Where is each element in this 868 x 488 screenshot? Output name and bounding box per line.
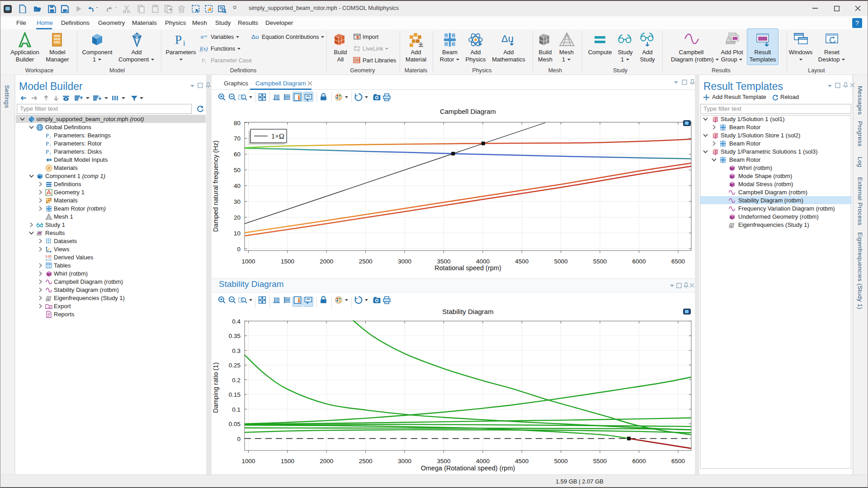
svg-text:P: P <box>46 141 49 147</box>
svg-text:20: 20 <box>234 214 241 221</box>
svg-text:6000: 6000 <box>632 458 646 465</box>
svg-text:4500: 4500 <box>515 258 528 265</box>
svg-text:3000: 3000 <box>398 258 411 265</box>
svg-text:40: 40 <box>234 183 241 189</box>
svg-text:i: i <box>50 135 51 139</box>
svg-text:0.1: 0.1 <box>232 406 241 413</box>
svg-text:0: 0 <box>237 246 241 253</box>
svg-text:5000: 5000 <box>554 458 568 465</box>
svg-text:3500: 3500 <box>437 258 450 265</box>
svg-text:Campbell Diagram: Campbell Diagram <box>440 108 496 115</box>
svg-text:Damped natural frequency (Hz): Damped natural frequency (Hz) <box>212 141 219 232</box>
svg-text:i: i <box>50 143 51 147</box>
svg-text:P: P <box>46 132 49 139</box>
svg-text:1000: 1000 <box>241 458 255 465</box>
svg-text:Omega (Rotational speed) (rpm): Omega (Rotational speed) (rpm) <box>421 465 515 472</box>
svg-text:0.35: 0.35 <box>229 333 241 339</box>
svg-text:P: P <box>46 149 49 155</box>
svg-text:10: 10 <box>234 230 241 237</box>
svg-text:6000: 6000 <box>632 258 646 265</box>
svg-text:4000: 4000 <box>476 258 490 265</box>
svg-text:0.15: 0.15 <box>229 391 241 398</box>
svg-text:Rotational speed (rpm): Rotational speed (rpm) <box>434 264 501 272</box>
svg-text:0.4: 0.4 <box>232 318 241 325</box>
svg-text:1500: 1500 <box>281 458 294 465</box>
svg-text:0.05: 0.05 <box>229 421 241 427</box>
svg-text:i: i <box>50 151 51 155</box>
svg-text:50: 50 <box>234 167 241 174</box>
svg-text:3500: 3500 <box>437 458 450 465</box>
svg-text:70: 70 <box>234 135 241 142</box>
svg-text:4000: 4000 <box>476 458 490 465</box>
svg-text:3000: 3000 <box>398 458 411 465</box>
svg-text:0: 0 <box>237 436 241 442</box>
svg-text:80: 80 <box>234 120 241 127</box>
svg-text:Δu: Δu <box>251 33 259 40</box>
svg-text:0.25: 0.25 <box>229 362 241 369</box>
svg-text:Damping ratio (1): Damping ratio (1) <box>212 362 219 413</box>
svg-text:0.3: 0.3 <box>232 347 241 354</box>
svg-text:2500: 2500 <box>359 458 373 465</box>
svg-text:5500: 5500 <box>593 258 607 265</box>
svg-text:1000: 1000 <box>241 258 255 265</box>
svg-text:e-12: e-12 <box>46 258 52 261</box>
svg-text:1×Ω: 1×Ω <box>271 132 284 140</box>
svg-text:6500: 6500 <box>671 258 685 265</box>
svg-text:60: 60 <box>234 151 241 158</box>
svg-text:0.2: 0.2 <box>232 377 241 384</box>
svg-text:2500: 2500 <box>359 258 373 265</box>
svg-text:i: i <box>183 39 185 47</box>
svg-text:1500: 1500 <box>281 258 294 265</box>
svg-text:8.85: 8.85 <box>46 255 52 258</box>
svg-text:5000: 5000 <box>554 258 568 265</box>
svg-text:4500: 4500 <box>515 458 528 465</box>
svg-text:Pi: Pi <box>202 57 206 64</box>
svg-text:2000: 2000 <box>320 458 333 465</box>
svg-text:a=: a= <box>201 33 208 40</box>
svg-text:5500: 5500 <box>593 458 607 465</box>
svg-text:30: 30 <box>234 198 241 205</box>
svg-text:2000: 2000 <box>320 258 333 265</box>
svg-text:6500: 6500 <box>671 458 685 465</box>
svg-text:P: P <box>175 33 182 47</box>
svg-text:f(x): f(x) <box>200 46 208 52</box>
